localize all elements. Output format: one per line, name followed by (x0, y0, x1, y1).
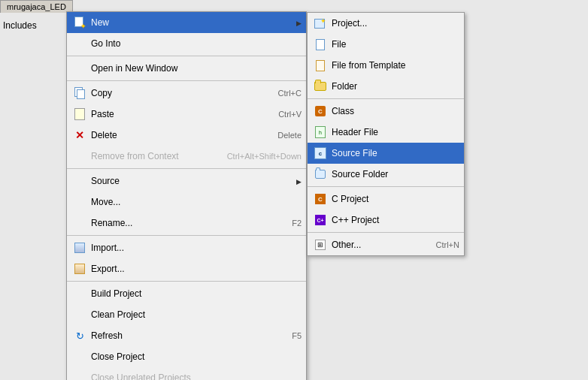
other-icon: ⊞ (312, 237, 329, 253)
context-menu: ✦ New Go Into Open in New Window Copy Ct… (66, 11, 307, 380)
submenu-item-source-file[interactable]: c Source File (308, 143, 464, 164)
build-project-icon (71, 285, 88, 302)
c-project-icon: C (312, 191, 329, 207)
separator-1 (67, 56, 306, 56)
header-file-icon: h (312, 124, 329, 140)
submenu-item-file[interactable]: File (308, 34, 464, 55)
submenu-item-file-label: File (332, 39, 459, 50)
copy-shortcut: Ctrl+C (278, 89, 302, 98)
menu-item-delete[interactable]: ✕ Delete Delete (67, 125, 306, 146)
submenu-item-file-from-template[interactable]: File from Template (308, 55, 464, 76)
go-into-icon (71, 35, 88, 52)
delete-shortcut: Delete (277, 131, 302, 140)
new-submenu: ✦ Project... File File from Template Fol… (307, 12, 465, 256)
refresh-shortcut: F5 (292, 331, 302, 340)
menu-item-export-label: Export... (91, 264, 302, 274)
submenu-item-header-file[interactable]: h Header File (308, 122, 464, 143)
submenu-item-class-label: Class (332, 106, 459, 116)
menu-item-new-label: New (91, 17, 296, 28)
submenu-item-other[interactable]: ⊞ Other... Ctrl+N (308, 234, 464, 255)
menu-item-move[interactable]: Move... (67, 192, 306, 213)
close-unrelated-icon (71, 369, 88, 380)
open-new-window-icon (71, 60, 88, 77)
menu-item-go-into[interactable]: Go Into (67, 33, 306, 54)
submenu-item-source-file-label: Source File (332, 148, 459, 158)
menu-item-paste[interactable]: Paste Ctrl+V (67, 104, 306, 125)
submenu-item-header-file-label: Header File (332, 127, 459, 137)
folder-icon (312, 78, 329, 95)
separator-4 (67, 235, 306, 236)
submenu-item-folder[interactable]: Folder (308, 76, 464, 97)
import-icon (71, 240, 88, 256)
delete-x-icon: ✕ (75, 129, 84, 141)
submenu-item-project[interactable]: ✦ Project... (308, 13, 464, 34)
menu-item-close-unrelated: Close Unrelated Projects (67, 367, 306, 380)
submenu-item-file-from-template-label: File from Template (332, 60, 459, 71)
submenu-item-folder-label: Folder (332, 81, 459, 92)
clean-project-icon (71, 306, 88, 323)
menu-item-close-unrelated-label: Close Unrelated Projects (91, 372, 302, 380)
file-icon (312, 36, 329, 53)
menu-item-open-new-window[interactable]: Open in New Window (67, 58, 306, 79)
close-project-icon (71, 348, 88, 365)
submenu-item-c-project-label: C Project (332, 194, 459, 204)
menu-item-refresh-label: Refresh (91, 330, 277, 341)
source-folder-icon (312, 166, 329, 182)
project-icon: ✦ (312, 15, 329, 32)
menu-item-go-into-label: Go Into (91, 38, 302, 49)
menu-item-clean-project[interactable]: Clean Project (67, 304, 306, 325)
other-shortcut: Ctrl+N (436, 240, 459, 249)
delete-icon: ✕ (71, 127, 88, 143)
menu-item-rename[interactable]: Rename... F2 (67, 213, 306, 234)
ide-tab[interactable]: mrugajaca_LED (0, 0, 73, 13)
submenu-item-class[interactable]: C Class (308, 101, 464, 122)
menu-item-build-project[interactable]: Build Project (67, 283, 306, 304)
menu-item-close-project[interactable]: Close Project (67, 346, 306, 367)
refresh-icon: ↻ (71, 327, 88, 344)
separator-3 (67, 168, 306, 169)
separator-5 (67, 281, 306, 282)
submenu-item-other-label: Other... (332, 240, 421, 250)
submenu-item-c-project[interactable]: C C Project (308, 188, 464, 210)
menu-item-copy[interactable]: Copy Ctrl+C (67, 83, 306, 104)
menu-item-delete-label: Delete (91, 130, 262, 140)
template-icon (312, 57, 329, 74)
submenu-item-source-folder-label: Source Folder (332, 169, 459, 179)
paste-shortcut: Ctrl+V (278, 110, 302, 119)
menu-item-remove-context: Remove from Context Ctrl+Alt+Shift+Down (67, 146, 306, 167)
source-file-icon: c (312, 145, 329, 161)
submenu-item-source-folder[interactable]: Source Folder (308, 164, 464, 185)
menu-item-remove-context-label: Remove from Context (91, 151, 212, 161)
menu-item-export[interactable]: Export... (67, 258, 306, 279)
source-icon (71, 173, 88, 189)
cpp-project-icon: C+ (312, 212, 329, 228)
refresh-symbol-icon: ↻ (76, 330, 84, 342)
separator-2 (67, 80, 306, 81)
submenu-item-cpp-project[interactable]: C+ C++ Project (308, 210, 464, 231)
rename-icon (71, 215, 88, 231)
copy-icon (71, 85, 88, 101)
menu-item-import-label: Import... (91, 243, 302, 253)
submenu-separator-3 (308, 232, 464, 233)
submenu-item-project-label: Project... (332, 18, 459, 29)
menu-item-paste-label: Paste (91, 109, 263, 119)
menu-item-refresh[interactable]: ↻ Refresh F5 (67, 325, 306, 346)
menu-item-new[interactable]: ✦ New (67, 12, 306, 33)
menu-item-build-project-label: Build Project (91, 288, 302, 299)
menu-item-close-project-label: Close Project (91, 351, 302, 362)
export-icon (71, 261, 88, 277)
class-icon: C (312, 103, 329, 119)
menu-item-rename-label: Rename... (91, 218, 277, 228)
new-icon: ✦ (71, 14, 88, 31)
submenu-separator-2 (308, 186, 464, 187)
menu-item-import[interactable]: Import... (67, 237, 306, 258)
menu-item-move-label: Move... (91, 197, 302, 207)
menu-item-clean-project-label: Clean Project (91, 309, 302, 320)
paste-icon (71, 106, 88, 122)
includes-label: Includes (0, 19, 40, 32)
rename-shortcut: F2 (292, 219, 302, 228)
menu-item-open-new-window-label: Open in New Window (91, 63, 302, 74)
tab-label: mrugajaca_LED (7, 2, 66, 11)
source-arrow-icon (296, 177, 302, 185)
menu-item-source[interactable]: Source (67, 170, 306, 192)
